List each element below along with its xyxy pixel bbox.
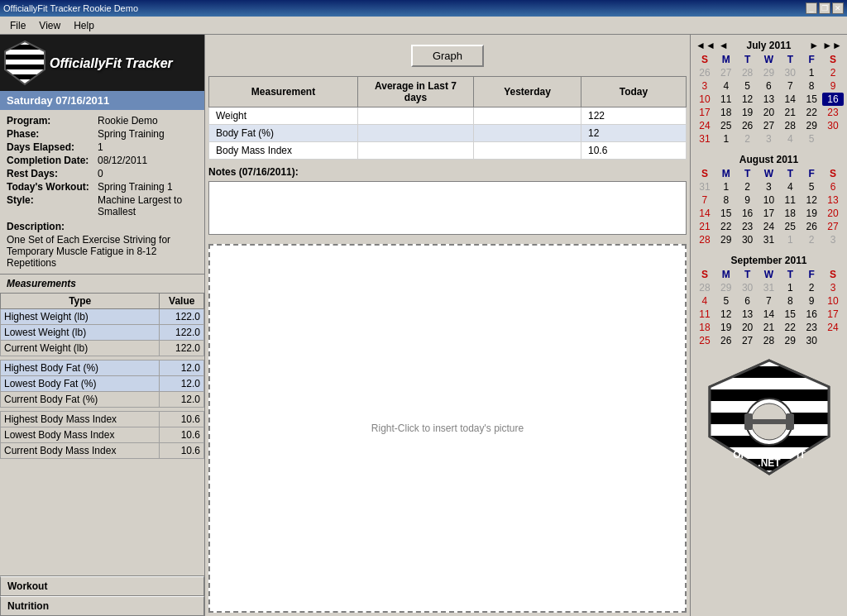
calendar-day[interactable]: 1 [801,66,822,79]
calendar-day[interactable]: 18 [694,321,715,334]
calendar-day[interactable]: 3 [822,281,844,294]
calendar-day[interactable]: 28 [694,281,715,294]
calendar-day[interactable]: 20 [822,207,844,220]
minimize-button[interactable]: _ [806,2,817,14]
calendar-day[interactable]: 19 [737,106,758,119]
calendar-day[interactable]: 9 [801,294,822,308]
calendar-day[interactable]: 23 [822,106,844,119]
calendar-day[interactable]: 7 [779,79,801,93]
calendar-day[interactable]: 2 [737,180,758,193]
calendar-day[interactable]: 2 [801,233,822,246]
calendar-day[interactable]: 30 [822,119,844,132]
calendar-day[interactable]: 31 [758,281,780,294]
calendar-day[interactable]: 8 [779,294,801,308]
calendar-day[interactable]: 13 [737,308,758,321]
calendar-day[interactable]: 28 [694,233,715,246]
calendar-day[interactable]: 25 [779,220,801,233]
calendar-day[interactable]: 17 [694,106,715,119]
calendar-day[interactable]: 29 [779,334,801,347]
calendar-day[interactable]: 3 [822,233,844,246]
calendar-day[interactable]: 22 [801,106,822,119]
calendar-day[interactable]: 21 [758,321,780,334]
menu-file[interactable]: File [3,18,32,33]
calendar-day[interactable]: 14 [779,93,801,106]
notes-input[interactable] [208,181,687,235]
calendar-day[interactable]: 23 [737,220,758,233]
calendar-day[interactable]: 22 [779,321,801,334]
calendar-day[interactable]: 6 [822,180,844,193]
calendar-day[interactable]: 5 [737,79,758,93]
calendar-day[interactable]: 24 [694,119,715,132]
calendar-day[interactable]: 31 [694,132,715,146]
graph-button[interactable]: Graph [411,45,484,67]
restore-button[interactable]: ❐ [819,2,830,14]
calendar-day[interactable]: 1 [715,180,737,193]
calendar-day[interactable]: 22 [715,220,737,233]
calendar-day[interactable]: 4 [779,132,801,146]
calendar-day[interactable]: 10 [758,193,780,207]
calendar-day[interactable]: 30 [737,281,758,294]
calendar-day[interactable]: 26 [715,334,737,347]
calendar-day[interactable]: 19 [801,207,822,220]
calendar-day[interactable]: 29 [801,119,822,132]
calendar-day[interactable]: 16 [822,93,844,106]
calendar-day[interactable]: 13 [758,93,780,106]
close-button[interactable]: ✕ [832,2,844,14]
calendar-day[interactable]: 30 [801,334,822,347]
calendar-day[interactable]: 27 [758,119,780,132]
calendar-day[interactable]: 28 [779,119,801,132]
calendar-day[interactable]: 26 [694,66,715,79]
calendar-day[interactable]: 17 [758,207,780,220]
calendar-day[interactable]: 9 [822,79,844,93]
calendar-day[interactable]: 19 [715,321,737,334]
calendar-day[interactable]: 12 [801,193,822,207]
calendar-day[interactable]: 14 [694,207,715,220]
calendar-day[interactable]: 21 [779,106,801,119]
calendar-day[interactable]: 27 [822,220,844,233]
calendar-day[interactable]: 29 [715,233,737,246]
calendar-day[interactable]: 29 [758,66,780,79]
workout-tab[interactable]: Workout [0,576,204,596]
calendar-day[interactable]: 25 [694,334,715,347]
calendar-day[interactable]: 9 [737,193,758,207]
calendar-day[interactable]: 31 [694,180,715,193]
calendar-day[interactable]: 16 [801,308,822,321]
calendar-day[interactable]: 17 [822,308,844,321]
calendar-day[interactable]: 4 [715,79,737,93]
cal-prev[interactable]: ◄ [717,40,730,51]
calendar-day[interactable]: 7 [758,294,780,308]
calendar-day[interactable]: 11 [779,193,801,207]
calendar-day[interactable]: 28 [737,66,758,79]
calendar-day[interactable]: 8 [801,79,822,93]
calendar-day[interactable]: 7 [694,193,715,207]
calendar-day[interactable]: 5 [715,294,737,308]
calendar-day[interactable]: 3 [758,132,780,146]
calendar-day[interactable]: 26 [737,119,758,132]
calendar-day[interactable]: 29 [715,281,737,294]
calendar-day[interactable]: 11 [715,93,737,106]
calendar-day[interactable]: 10 [694,93,715,106]
cal-next-next[interactable]: ►► [821,40,844,51]
calendar-day[interactable]: 24 [758,220,780,233]
calendar-day[interactable]: 30 [779,66,801,79]
calendar-day[interactable]: 31 [758,233,780,246]
calendar-day[interactable]: 3 [694,79,715,93]
calendar-day[interactable]: 4 [694,294,715,308]
calendar-day[interactable]: 6 [737,294,758,308]
calendar-day[interactable]: 18 [779,207,801,220]
menu-view[interactable]: View [32,18,67,33]
calendar-day[interactable]: 6 [758,79,780,93]
calendar-day[interactable]: 25 [715,119,737,132]
calendar-day[interactable]: 27 [715,66,737,79]
calendar-day[interactable]: 27 [737,334,758,347]
calendar-day[interactable]: 30 [737,233,758,246]
calendar-day[interactable]: 15 [715,207,737,220]
cal-next[interactable]: ► [807,40,821,51]
calendar-day[interactable]: 20 [758,106,780,119]
calendar-day[interactable]: 18 [715,106,737,119]
calendar-day[interactable]: 8 [715,193,737,207]
cal-prev-prev[interactable]: ◄◄ [694,40,717,51]
calendar-day[interactable]: 20 [737,321,758,334]
calendar-day[interactable]: 13 [822,193,844,207]
calendar-day[interactable]: 2 [822,66,844,79]
